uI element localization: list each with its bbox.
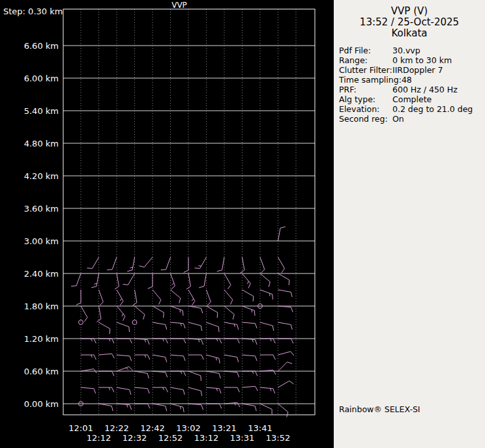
barb-line [237,387,239,392]
wind-barb [171,404,184,412]
wind-barb [171,322,186,328]
barb-line [271,339,272,341]
barb-line [291,292,292,297]
barb-line [254,311,255,316]
wind-barb [117,387,131,395]
wind-barb [260,370,276,374]
info-field-row: Second reg:On [339,114,485,124]
barb-line [242,257,244,270]
barb-line [278,322,291,324]
barb-line [199,287,204,288]
barb-line [183,356,185,361]
barb-line [278,257,285,268]
vvp-chart-area: VVP Step: 0.30 km 6.60 km6.00 km5.40 km4… [0,0,334,448]
barb-line [242,386,256,387]
barb-line [201,405,203,410]
barb-line [166,357,167,362]
barb-line [129,367,133,371]
barb-line [255,406,256,411]
barb-line [181,323,182,326]
wind-barb [117,306,125,321]
barb-line [171,355,184,356]
wind-barb [171,371,186,376]
info-field-row: Time sampling:48 [339,75,485,85]
wind-barb [242,386,258,391]
barb-line [188,322,201,326]
barb-line [237,402,240,407]
barb-line [130,405,132,410]
wind-barb [71,273,81,286]
info-field-row: Range:0 km to 30 km [339,55,485,65]
barb-line [171,322,184,324]
y-axis-label: 3.60 km [24,204,59,214]
barb-line [278,352,291,355]
barb-line [207,387,220,389]
barb-line [207,302,211,306]
barb-line [230,300,232,304]
field-label: Clutter Filter: [339,65,392,75]
wind-barb [171,339,186,343]
barb-line [135,290,137,303]
wind-barb [117,290,123,305]
wind-barb [188,387,202,396]
wind-barb [135,387,150,393]
barb-line [145,339,146,342]
barb-line [253,296,254,301]
wind-barb [171,306,183,316]
wind-barb [132,290,137,305]
barb-line [188,290,195,301]
wind-barb [207,371,221,378]
wind-barb [153,306,164,318]
barb-line [127,270,132,272]
wind-barb [224,273,231,289]
wind-barb [260,339,275,343]
barb-line [207,355,219,358]
field-label: Pdf File: [339,46,392,55]
barb-line [280,227,286,228]
wind-barb [260,322,274,331]
wind-barb [153,322,167,329]
wind-barb [224,355,239,362]
wind-barb [224,387,239,392]
barb-line [224,273,231,285]
info-fields: Pdf File:30.vvp Range:0 km to 30 km Clut… [339,46,485,124]
y-axis-label: 6.60 km [24,41,59,51]
wind-barb [99,290,104,305]
x-axis-label: 12:22 [104,423,128,433]
barb-line [99,306,101,319]
barb-line [120,298,122,301]
wind-barb [123,273,135,285]
barb-line [184,371,186,376]
barb-line [117,355,130,356]
wind-barb [153,355,167,362]
barb-line [153,322,166,324]
barb-line [81,306,87,317]
barb-line [132,257,134,270]
barb-line [273,339,275,343]
wind-barb [260,290,272,300]
wind-barb [224,339,239,343]
barb-line [109,387,110,390]
barb-line [171,290,181,298]
barb-line [248,281,249,284]
wind-barb [99,404,113,411]
barb-line [216,339,218,341]
wind-barb [81,387,96,393]
field-value: 30.vvp [392,46,420,55]
barb-line [201,340,203,345]
barb-line [237,339,239,343]
wind-barb [195,257,207,268]
wind-barb [135,371,149,378]
barb-line [117,322,129,327]
barb-line [201,308,203,313]
barb-line [147,340,149,345]
wind-barb [184,257,188,272]
wind-barb [81,306,87,322]
wind-barb [188,355,203,359]
barb-line [198,339,199,342]
wind-barb [260,404,272,414]
barb-line [135,306,145,315]
barb-line [166,324,167,329]
wind-barb [242,273,251,288]
barb-line [260,387,273,389]
